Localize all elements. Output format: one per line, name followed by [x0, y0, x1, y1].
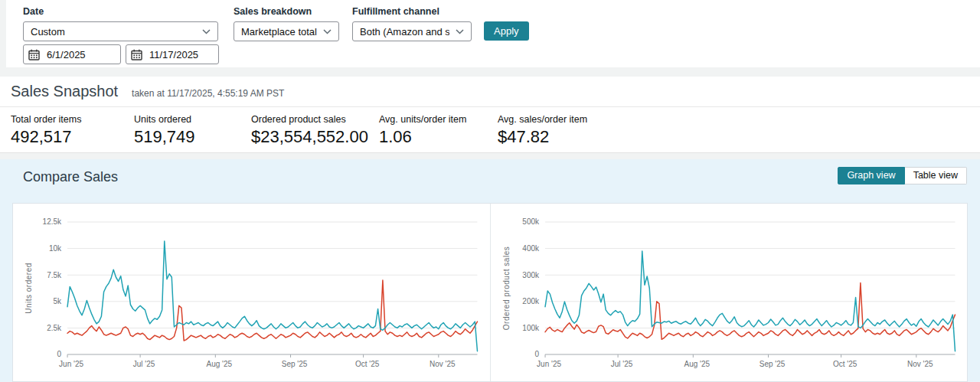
- svg-text:Nov '25: Nov '25: [430, 360, 456, 368]
- svg-text:Units ordered: Units ordered: [24, 263, 33, 314]
- sales-breakdown-selected-value: Marketplace total: [241, 26, 317, 38]
- svg-text:Jul '25: Jul '25: [133, 360, 155, 368]
- section-divider: [0, 153, 980, 159]
- ordered-product-sales-chart-svg: 0100k200k300k400k500kJun '25Jul '25Aug '…: [491, 204, 968, 381]
- svg-text:Jul '25: Jul '25: [610, 360, 632, 368]
- metric-units-ordered: Units ordered 519,749: [134, 114, 251, 152]
- svg-text:300k: 300k: [522, 271, 540, 279]
- metric-label: Ordered product sales: [251, 114, 379, 125]
- svg-text:100k: 100k: [522, 324, 540, 332]
- svg-text:10k: 10k: [49, 244, 62, 253]
- metric-ordered-product-sales: Ordered product sales $23,554,552.00: [251, 114, 379, 152]
- svg-text:Oct '25: Oct '25: [832, 360, 857, 368]
- svg-text:Sep '25: Sep '25: [759, 360, 785, 368]
- compare-sales-title: Compare Sales: [23, 169, 118, 185]
- date-filter-group: Date: [23, 6, 44, 17]
- compare-sales-charts-card: 02.5k5k7.5k10k12.5kJun '25Jul '25Aug '25…: [12, 203, 968, 382]
- metric-value: 519,749: [134, 127, 251, 147]
- svg-text:0: 0: [534, 351, 539, 359]
- svg-text:Aug '25: Aug '25: [684, 360, 710, 368]
- sales-snapshot-header: Sales Snapshot taken at 11/17/2025, 4:55…: [0, 77, 980, 107]
- chevron-down-icon: [323, 29, 332, 34]
- end-date-input[interactable]: [148, 48, 214, 61]
- snapshot-timestamp: taken at 11/17/2025, 4:55:19 AM PST: [132, 88, 284, 99]
- units-ordered-chart: 02.5k5k7.5k10k12.5kJun '25Jul '25Aug '25…: [13, 204, 490, 381]
- compare-sales-section: Compare Sales Graph view Table view 02.5…: [0, 159, 980, 382]
- sales-snapshot-section: Sales Snapshot taken at 11/17/2025, 4:55…: [0, 77, 980, 153]
- svg-text:Jun '25: Jun '25: [59, 360, 83, 368]
- svg-text:Aug '25: Aug '25: [207, 360, 233, 368]
- metric-value: 1.06: [379, 127, 498, 147]
- end-date-field[interactable]: [126, 44, 219, 64]
- custom-date-inputs: [23, 44, 219, 64]
- metric-total-order-items: Total order items 492,517: [11, 114, 134, 152]
- svg-text:500k: 500k: [522, 218, 540, 227]
- metric-value: $47.82: [498, 127, 587, 147]
- sales-breakdown-group: Sales breakdown: [234, 6, 312, 17]
- page-edge-strip: [0, 0, 6, 67]
- calendar-icon[interactable]: [28, 49, 40, 60]
- graph-view-button[interactable]: Graph view: [838, 167, 904, 184]
- date-range-selected-value: Custom: [31, 26, 65, 38]
- start-date-input[interactable]: [45, 48, 111, 61]
- svg-text:7.5k: 7.5k: [47, 271, 62, 279]
- sales-breakdown-select[interactable]: Marketplace total: [234, 21, 339, 41]
- svg-text:Sep '25: Sep '25: [282, 360, 308, 368]
- svg-text:12.5k: 12.5k: [43, 218, 62, 227]
- start-date-field[interactable]: [23, 44, 121, 64]
- apply-button[interactable]: Apply: [484, 21, 529, 41]
- chevron-down-icon: [456, 29, 464, 34]
- sales-breakdown-label: Sales breakdown: [234, 6, 312, 17]
- svg-text:5k: 5k: [53, 297, 62, 305]
- fulfillment-channel-group: Fulfillment channel: [352, 6, 439, 17]
- calendar-icon[interactable]: [131, 49, 142, 60]
- view-toggle: Graph view Table view: [838, 167, 967, 184]
- section-divider: [0, 67, 980, 77]
- ordered-product-sales-chart: 0100k200k300k400k500kJun '25Jul '25Aug '…: [490, 204, 968, 381]
- sales-snapshot-title: Sales Snapshot: [11, 83, 118, 100]
- metric-value: 492,517: [11, 127, 134, 147]
- metric-value: $23,554,552.00: [251, 127, 379, 147]
- snapshot-metrics-row: Total order items 492,517 Units ordered …: [0, 107, 980, 153]
- units-ordered-chart-svg: 02.5k5k7.5k10k12.5kJun '25Jul '25Aug '25…: [13, 204, 490, 381]
- svg-text:Oct '25: Oct '25: [355, 360, 380, 368]
- metric-avg-sales-per-order-item: Avg. sales/order item $47.82: [498, 114, 587, 152]
- fulfillment-channel-label: Fulfillment channel: [352, 6, 439, 17]
- metric-label: Total order items: [11, 114, 134, 125]
- metric-label: Avg. sales/order item: [498, 114, 587, 125]
- svg-text:400k: 400k: [522, 244, 540, 253]
- filter-bar: Date Custom Sales breakdown Marketplace …: [0, 0, 980, 67]
- metric-avg-units-per-order-item: Avg. units/order item 1.06: [379, 114, 498, 152]
- svg-text:0: 0: [57, 351, 61, 359]
- date-label: Date: [23, 6, 44, 17]
- fulfillment-channel-selected-value: Both (Amazon and seller): [360, 26, 449, 38]
- svg-text:Jun '25: Jun '25: [537, 360, 561, 368]
- svg-text:Ordered product sales: Ordered product sales: [502, 247, 511, 330]
- fulfillment-channel-select[interactable]: Both (Amazon and seller): [352, 21, 472, 41]
- svg-text:2.5k: 2.5k: [47, 324, 62, 332]
- metric-label: Avg. units/order item: [379, 114, 498, 125]
- table-view-button[interactable]: Table view: [905, 167, 967, 184]
- svg-text:200k: 200k: [522, 297, 540, 305]
- date-range-select[interactable]: Custom: [23, 21, 218, 41]
- chevron-down-icon: [202, 29, 211, 34]
- metric-label: Units ordered: [134, 114, 251, 125]
- svg-text:Nov '25: Nov '25: [906, 360, 933, 368]
